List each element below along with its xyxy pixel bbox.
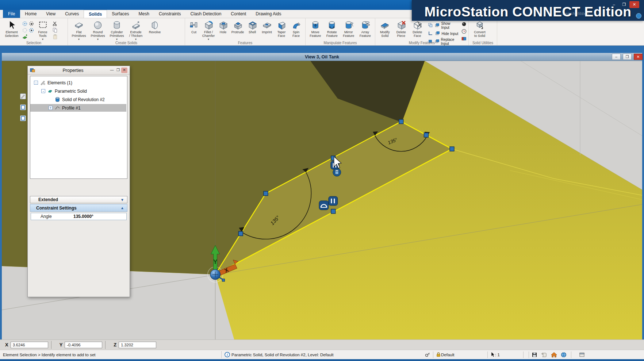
coordinate-bar: X Y Z [0, 339, 644, 350]
docked-panel-icon[interactable] [20, 104, 26, 110]
ribbon-button-hole[interactable]: Hole [216, 19, 230, 34]
ribbon-button-extrude-thicken[interactable]: Extrude / Thicken▼ [126, 19, 145, 41]
ribbon-button-mirror-feature[interactable]: Mirror Feature [340, 19, 357, 38]
x-coordinate-input[interactable] [11, 342, 48, 348]
tab-view[interactable]: View [41, 10, 60, 18]
tree-item-parametric-solid[interactable]: -Parametric Solid [30, 87, 127, 95]
ribbon-button-protrude[interactable]: Protrude [230, 19, 245, 34]
properties-maximize-button[interactable]: ❐ [115, 68, 121, 73]
select-dashed-circle-icon[interactable] [22, 21, 28, 27]
y-coordinate-input[interactable] [65, 342, 102, 348]
constraint-icon-cylinder[interactable] [333, 168, 341, 176]
ribbon-button-rotate-feature[interactable]: Rotate Feature [324, 19, 341, 38]
select-lock-circle-icon[interactable] [28, 21, 34, 27]
ribbon-button-flat-primitives[interactable]: Flat Primitives▼ [69, 19, 88, 41]
spin-icon [291, 20, 301, 30]
chevron-down-icon: ▼ [207, 38, 210, 41]
ribbon-button-cylinder-primitives[interactable]: Cylinder Primitives▼ [107, 19, 126, 41]
ribbon-button-imprint[interactable]: Imprint [260, 19, 274, 34]
modify-solid-icon [380, 20, 390, 30]
ribbon-button-shell[interactable]: Shell [245, 19, 260, 34]
lock-icon[interactable] [436, 352, 441, 357]
view-maximize-button[interactable]: ❐ [623, 54, 632, 60]
extended-dropdown[interactable]: Extended ▼ [30, 196, 127, 203]
history-icon[interactable] [461, 21, 467, 27]
app-close-button[interactable]: ✕ [629, 1, 639, 8]
ribbon-button-label: Hole [220, 30, 227, 34]
constraint-icon-tangent[interactable] [319, 201, 329, 210]
view-minimize-button[interactable]: – [612, 54, 621, 60]
ribbon-button-move-feature[interactable]: Move Feature [307, 19, 324, 38]
tab-clash-detection[interactable]: Clash Detection [186, 10, 226, 18]
copy-icon[interactable] [52, 27, 58, 33]
ribbon-button-array-feature[interactable]: Array Feature [357, 19, 374, 38]
ribbon-button-label: Shell [249, 30, 256, 34]
add-to-set-icon[interactable] [22, 34, 28, 40]
tab-drawing-aids[interactable]: Drawing Aids [251, 10, 286, 18]
home-icon[interactable] [551, 352, 557, 358]
ribbon-button-element-selection[interactable]: Element Selection [1, 19, 22, 38]
ribbon-button-delete-piece[interactable]: Delete Piece [393, 19, 410, 38]
angle-constraint-row[interactable]: Angle 135.0000° [31, 213, 127, 220]
constraint-icon-parallel[interactable] [329, 196, 338, 206]
divider [433, 352, 433, 358]
select-move-circle-icon[interactable] [28, 27, 34, 33]
tab-constraints[interactable]: Constraints [154, 10, 186, 18]
design-history-globe-icon[interactable] [561, 352, 567, 358]
app-minimize-button[interactable]: – [609, 1, 619, 8]
ribbon-button-label: Extrude / Thicken [129, 30, 142, 38]
param-solid-icon [47, 88, 53, 94]
properties-title-bar[interactable]: Properties — ❐ ✕ [28, 66, 130, 75]
ribbon-button-revolve[interactable]: Revolve [145, 19, 164, 34]
active-level[interactable]: Default [441, 353, 485, 357]
z-coordinate-input[interactable] [119, 342, 156, 348]
ribbon-button-fillet-chamfer[interactable]: Fillet / Chamfer▼ [201, 19, 216, 41]
angle-value[interactable]: 135.0000° [73, 214, 93, 219]
tab-solids[interactable]: Solids [84, 10, 107, 18]
ribbon-button-spin-face[interactable]: Spin Face [289, 19, 303, 38]
view-close-button[interactable]: ✕ [634, 54, 643, 60]
ribbon-button-modify-solid[interactable]: Modify Solid [377, 19, 393, 38]
properties-minimize-button[interactable]: — [109, 68, 115, 73]
ribbon-button-convert-to-solid[interactable]: Convert to Solid [470, 19, 489, 38]
view-title-bar[interactable]: View 3, Oil Tank [2, 53, 642, 61]
tab-file[interactable]: File [3, 10, 20, 18]
ribbon-button-show-input[interactable]: Show Input [428, 22, 459, 30]
ribbon-button-fence-tools[interactable]: Fence Tools▼ [35, 19, 51, 41]
tab-home[interactable]: Home [20, 10, 41, 18]
tree-item-solid-of-revolution-2[interactable]: Solid of Revolution #2 [30, 95, 127, 104]
ribbon-button-label: Revolve [149, 30, 161, 34]
selection-mode-icons [22, 21, 35, 40]
ribbon-button-hide-input[interactable]: Hide Input [428, 31, 459, 37]
expand-icon[interactable]: + [49, 106, 53, 110]
tab-surfaces[interactable]: Surfaces [107, 10, 134, 18]
help-icon[interactable] [636, 13, 641, 19]
sphere-icon [93, 20, 103, 30]
tab-mesh[interactable]: Mesh [134, 10, 154, 18]
snap-lock-icon[interactable] [425, 352, 430, 357]
properties-close-button[interactable]: ✕ [121, 68, 127, 73]
window-list-icon[interactable] [579, 352, 585, 357]
ribbon-button-delete-face[interactable]: Delete Face [409, 19, 426, 38]
tree-item-profile-1[interactable]: +Profile #1 [30, 104, 127, 112]
collapse-icon[interactable]: - [34, 81, 38, 85]
tab-curves[interactable]: Curves [60, 10, 84, 18]
divider [523, 352, 524, 358]
select-circle-icon[interactable] [22, 27, 28, 33]
app-maximize-button[interactable]: ❐ [619, 1, 629, 8]
scissors-icon[interactable] [52, 21, 58, 27]
clock-icon[interactable] [461, 28, 467, 34]
constraint-settings-header[interactable]: Constraint Settings ▲ [30, 204, 127, 212]
save-status-icon[interactable] [532, 352, 537, 358]
history-scroll-icon[interactable] [541, 352, 547, 358]
collapse-icon[interactable]: - [41, 89, 45, 93]
tree-item-elements-1-[interactable]: -Elements (1) [30, 78, 127, 87]
docked-panel-icon[interactable] [20, 115, 26, 121]
ribbon-button-taper-face[interactable]: Taper Face [274, 19, 289, 38]
paste-icon[interactable] [52, 34, 58, 40]
docked-tool-icon[interactable] [20, 93, 26, 99]
divider [487, 352, 488, 358]
ribbon-button-round-primitives[interactable]: Round Primitives▼ [88, 19, 107, 41]
ribbon-button-cut[interactable]: Cut [187, 19, 201, 34]
tab-content[interactable]: Content [226, 10, 251, 18]
